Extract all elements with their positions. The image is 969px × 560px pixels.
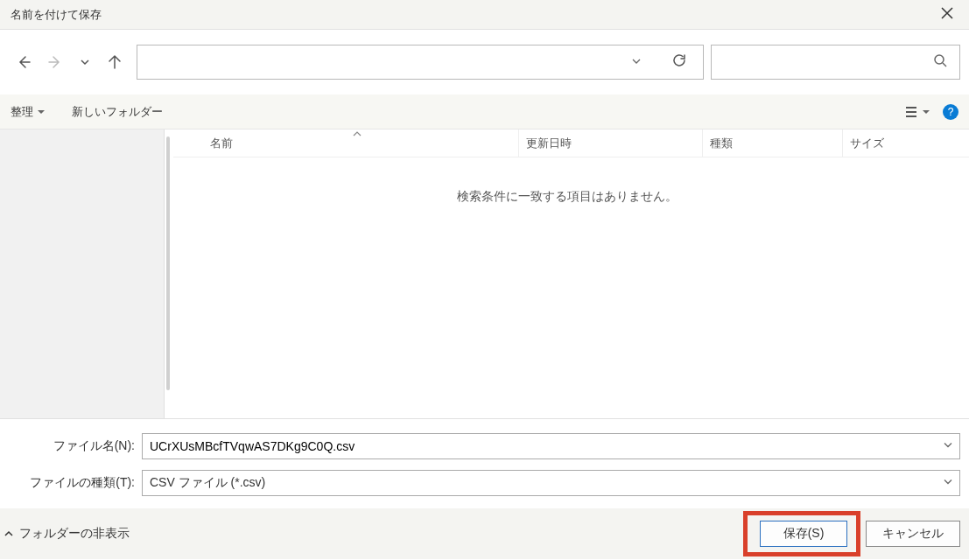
svg-point-0 [935, 55, 944, 64]
column-header-name[interactable]: 名前 [173, 130, 519, 157]
sort-indicator-icon [353, 129, 362, 139]
file-list-pane[interactable]: 名前 更新日時 種類 サイズ 検索条件に一致する項目はありません。 [165, 130, 969, 418]
refresh-button[interactable] [664, 52, 694, 72]
column-header-size[interactable]: サイズ [843, 130, 948, 157]
command-toolbar: 整理 新しいフォルダー ? [0, 94, 969, 130]
list-view-icon [904, 105, 920, 119]
refresh-icon [671, 52, 687, 68]
chevron-down-icon [79, 56, 91, 68]
search-box[interactable] [711, 45, 960, 80]
hide-folders-label: フォルダーの非表示 [19, 526, 130, 542]
filename-input[interactable] [142, 433, 960, 459]
titlebar: 名前を付けて保存 [0, 0, 969, 30]
cancel-button[interactable]: キャンセル [866, 521, 960, 547]
back-button[interactable] [16, 54, 32, 70]
filetype-label: ファイルの種類(T): [9, 475, 142, 491]
chevron-down-icon [631, 56, 642, 66]
arrow-up-icon [107, 54, 123, 70]
navigation-bar [0, 30, 969, 94]
save-button-highlight: 保存(S) [743, 511, 860, 556]
filetype-combobox[interactable]: CSV ファイル (*.csv) [142, 470, 960, 496]
scrollbar[interactable] [166, 136, 170, 390]
address-bar[interactable] [137, 45, 704, 80]
chevron-up-icon [4, 528, 14, 539]
arrow-right-icon [47, 54, 63, 70]
column-header-type[interactable]: 種類 [703, 130, 843, 157]
folders-sidebar[interactable] [0, 130, 165, 418]
help-button[interactable]: ? [943, 104, 958, 120]
column-header-date[interactable]: 更新日時 [519, 130, 703, 157]
filename-form: ファイル名(N): ファイルの種類(T): CSV ファイル (*.csv) [0, 418, 969, 508]
close-icon [941, 7, 953, 19]
view-options-button[interactable] [904, 105, 930, 119]
empty-results-message: 検索条件に一致する項目はありません。 [173, 189, 969, 205]
filename-label: ファイル名(N): [9, 438, 142, 454]
filetype-value: CSV ファイル (*.csv) [150, 475, 265, 491]
organize-label: 整理 [11, 104, 33, 120]
dialog-footer: フォルダーの非表示 保存(S) キャンセル [0, 508, 969, 559]
column-headers: 名前 更新日時 種類 サイズ [173, 130, 969, 158]
dialog-title: 名前を付けて保存 [11, 7, 102, 23]
recent-locations-button[interactable] [79, 56, 91, 68]
caret-down-icon [37, 108, 46, 116]
new-folder-button[interactable]: 新しいフォルダー [72, 104, 163, 120]
up-button[interactable] [107, 54, 123, 70]
organize-menu-button[interactable]: 整理 [11, 104, 46, 120]
hide-folders-button[interactable]: フォルダーの非表示 [4, 526, 130, 542]
arrow-left-icon [16, 54, 32, 70]
search-icon [933, 53, 947, 71]
save-button[interactable]: 保存(S) [760, 521, 847, 547]
address-dropdown-button[interactable] [626, 54, 647, 70]
main-panel: 名前 更新日時 種類 サイズ 検索条件に一致する項目はありません。 [0, 130, 969, 418]
caret-down-icon [922, 108, 930, 116]
forward-button[interactable] [47, 54, 63, 70]
nav-buttons-group [9, 54, 130, 70]
close-button[interactable] [932, 2, 962, 27]
